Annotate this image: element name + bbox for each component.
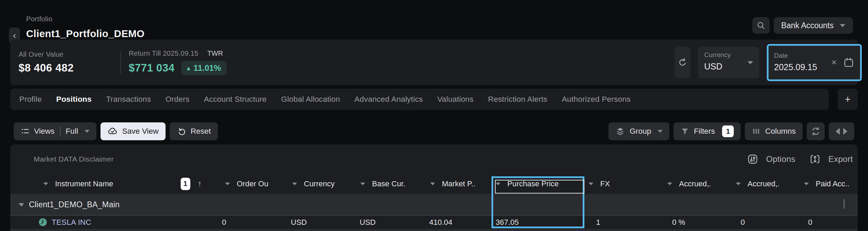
sort-priority-badge: 1 (181, 178, 190, 190)
search-icon (756, 21, 765, 30)
currency-dropdown[interactable]: Currency USD (698, 47, 759, 78)
column-menu-caret-icon[interactable] (589, 183, 593, 185)
column-menu-caret-icon[interactable] (43, 183, 48, 185)
columns-button[interactable]: Columns (745, 122, 803, 140)
views-list-icon (21, 127, 30, 136)
tab-transactions[interactable]: Transactions (106, 95, 151, 104)
column-header-accrued-pct[interactable]: Accrued,. (663, 174, 732, 194)
column-header-accrued[interactable]: Accrued,. (732, 174, 800, 194)
reset-label: Reset (191, 127, 211, 136)
bank-accounts-label: Bank Accounts (781, 21, 834, 30)
positions-table-panel: Market DATA Disclaimer Options (10, 144, 858, 231)
column-header-market-price[interactable]: Market P.. (426, 174, 491, 194)
column-header-order-ou[interactable]: Order Ou (221, 174, 288, 194)
options-button[interactable]: Options (747, 153, 795, 165)
column-menu-caret-icon[interactable] (667, 183, 672, 185)
column-header-fx[interactable]: FX (584, 174, 663, 194)
table-meta-row: Market DATA Disclaimer Options (10, 144, 858, 174)
tab-positions[interactable]: Positions (56, 95, 92, 104)
calendar-icon (843, 57, 855, 68)
column-label: FX (600, 179, 610, 188)
group-label: Group (629, 127, 651, 136)
group-row-client1-demo-ba-main[interactable]: Client1_DEMO_BA_Main (10, 194, 858, 216)
tab-global-allocation[interactable]: Global Allocation (281, 95, 340, 104)
tab-orders[interactable]: Orders (166, 95, 190, 104)
sort-ascending-icon[interactable]: ↑ (198, 179, 202, 188)
all-over-value-metric: All Over Value $8 406 482 (19, 51, 120, 74)
save-view-button[interactable]: Save View (100, 122, 166, 140)
currency-value: USD (704, 62, 753, 72)
column-menu-caret-icon[interactable] (292, 183, 297, 185)
top-bar: ‹ Portfolio Client1_Portfolio_DEMO Bank … (0, 0, 868, 38)
views-divider (60, 127, 61, 136)
column-header-currency[interactable]: Currency (288, 174, 356, 194)
accrued-pct-cell: 0 % (663, 218, 732, 227)
return-till-label: Return Till 2025.09.15 (129, 50, 198, 57)
trend-up-icon: ▴ (187, 64, 190, 72)
topbar-actions: Bank Accounts (752, 17, 853, 34)
export-button[interactable]: Export (809, 153, 853, 165)
instrument-name-link[interactable]: TESLA INC (52, 218, 91, 227)
column-header-instrument-name[interactable]: Instrument Name 1 ↑ (10, 174, 221, 194)
date-picker-field[interactable]: Date 2025.09.15 × (769, 46, 860, 79)
pan-columns-button[interactable] (829, 122, 854, 140)
column-menu-caret-icon[interactable] (804, 183, 809, 185)
sync-icon (811, 126, 821, 136)
market-data-disclaimer[interactable]: Market DATA Disclaimer (34, 155, 114, 163)
filter-funnel-icon (680, 127, 689, 136)
column-header-base-currency[interactable]: Base Cur. (356, 174, 426, 194)
date-label: Date (774, 52, 817, 59)
column-menu-caret-icon[interactable] (496, 183, 500, 185)
save-view-label: Save View (122, 127, 159, 136)
calendar-button[interactable] (843, 57, 855, 68)
columns-label: Columns (765, 127, 796, 136)
bank-accounts-dropdown[interactable]: Bank Accounts (774, 17, 853, 34)
tab-advanced-analytics[interactable]: Advanced Analytics (354, 95, 423, 104)
date-field-highlight: Date 2025.09.15 × (767, 44, 862, 81)
clock-icon (39, 218, 47, 227)
scrollbar-thumb[interactable] (844, 199, 845, 209)
table-row-tesla[interactable]: TESLA INC 0 USD USD 410.04 367.05 1 0 % … (10, 216, 858, 229)
all-over-value: $8 406 482 (19, 62, 120, 74)
filters-button[interactable]: Filters 1 (674, 122, 741, 140)
chevron-down-icon (748, 61, 753, 64)
reset-icon (177, 126, 186, 136)
tab-valuations[interactable]: Valuations (437, 95, 474, 104)
column-menu-caret-icon[interactable] (430, 183, 435, 185)
collapse-caret-icon[interactable] (19, 203, 24, 207)
clear-date-button[interactable]: × (829, 57, 839, 68)
refresh-icon (677, 57, 688, 68)
column-menu-caret-icon[interactable] (360, 183, 365, 185)
tab-authorized-persons[interactable]: Authorized Persons (562, 95, 631, 104)
summary-controls: Currency USD Date 2025.09.15 × (675, 44, 858, 81)
add-tab-button[interactable]: + (838, 89, 858, 110)
column-menu-caret-icon[interactable] (225, 183, 230, 185)
table-actions: Options Export (747, 153, 853, 165)
reset-button[interactable]: Reset (170, 122, 218, 140)
tab-profile[interactable]: Profile (19, 95, 42, 104)
next-group-row-partial (10, 229, 858, 231)
metric-divider (120, 52, 121, 74)
refresh-button[interactable] (675, 47, 690, 78)
columns-icon (752, 127, 761, 136)
column-label: Order Ou (237, 179, 268, 188)
tab-restriction-alerts[interactable]: Restriction Alerts (488, 95, 547, 104)
column-menu-caret-icon[interactable] (736, 183, 741, 185)
tabs-row: Profile Positions Transactions Orders Ac… (10, 89, 858, 110)
export-label: Export (828, 154, 853, 164)
column-header-purchase-price[interactable]: Purchase Price (491, 174, 584, 194)
return-percent-badge: ▴ 11.01% (181, 61, 226, 75)
search-button[interactable] (752, 17, 770, 34)
sync-button[interactable] (807, 122, 825, 140)
date-value: 2025.09.15 (774, 62, 817, 72)
column-label: Paid Acc.. (816, 179, 849, 188)
group-dropdown[interactable]: Group (608, 122, 669, 140)
column-header-paid-accrued[interactable]: Paid Acc.. (800, 174, 858, 194)
view-toolbar: Views Full Save View Reset Group (14, 122, 858, 140)
close-icon: × (832, 57, 837, 67)
column-label: Base Cur. (372, 179, 405, 188)
views-dropdown[interactable]: Views Full (14, 122, 96, 140)
column-label: Accrued,. (679, 179, 711, 188)
return-value: $771 034 (129, 62, 174, 74)
tab-account-structure[interactable]: Account Structure (204, 95, 267, 104)
